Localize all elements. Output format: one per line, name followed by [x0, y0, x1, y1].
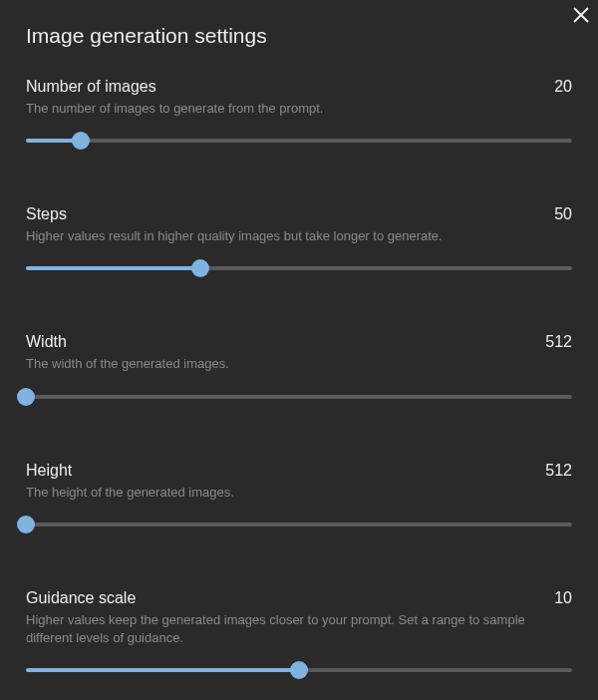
- setting-label: Height: [26, 462, 72, 480]
- slider-thumb[interactable]: [290, 661, 308, 679]
- setting-header: Height 512: [26, 462, 572, 480]
- setting-width: Width 512 The width of the generated ima…: [26, 333, 572, 405]
- setting-label: Number of images: [26, 78, 156, 96]
- slider-width[interactable]: [26, 388, 572, 406]
- setting-value: 512: [545, 462, 572, 480]
- slider-number-of-images[interactable]: [26, 132, 572, 150]
- setting-description: The width of the generated images.: [26, 355, 572, 373]
- setting-header: Number of images 20: [26, 78, 572, 96]
- setting-value: 20: [554, 78, 572, 96]
- setting-number-of-images: Number of images 20 The number of images…: [26, 78, 572, 150]
- setting-header: Steps 50: [26, 205, 572, 223]
- setting-description: Higher values result in higher quality i…: [26, 227, 572, 245]
- slider-track: [26, 523, 572, 526]
- slider-fill: [26, 668, 299, 672]
- slider-guidance-scale[interactable]: [26, 661, 572, 679]
- setting-label: Guidance scale: [26, 589, 136, 607]
- setting-steps: Steps 50 Higher values result in higher …: [26, 205, 572, 277]
- setting-description: The height of the generated images.: [26, 484, 572, 502]
- slider-thumb[interactable]: [17, 388, 35, 406]
- slider-track: [26, 139, 572, 143]
- setting-header: Width 512: [26, 333, 572, 351]
- setting-description: The number of images to generate from th…: [26, 100, 572, 118]
- slider-thumb[interactable]: [72, 132, 90, 150]
- slider-thumb[interactable]: [17, 516, 35, 533]
- setting-label: Steps: [26, 205, 67, 223]
- setting-value: 512: [545, 333, 572, 351]
- setting-label: Width: [26, 333, 67, 351]
- slider-height[interactable]: [26, 516, 572, 533]
- setting-header: Guidance scale 10: [26, 589, 572, 607]
- slider-fill: [26, 266, 200, 270]
- settings-panel: Image generation settings Number of imag…: [0, 0, 598, 700]
- setting-guidance-scale: Guidance scale 10 Higher values keep the…: [26, 589, 572, 679]
- setting-value: 10: [554, 589, 572, 607]
- setting-height: Height 512 The height of the generated i…: [26, 462, 572, 533]
- panel-title: Image generation settings: [26, 24, 267, 48]
- close-icon[interactable]: [572, 6, 590, 24]
- slider-thumb[interactable]: [191, 259, 209, 277]
- panel-header: Image generation settings: [26, 24, 572, 48]
- setting-value: 50: [554, 205, 572, 223]
- setting-description: Higher values keep the generated images …: [26, 611, 572, 647]
- slider-track: [26, 395, 572, 399]
- slider-steps[interactable]: [26, 259, 572, 277]
